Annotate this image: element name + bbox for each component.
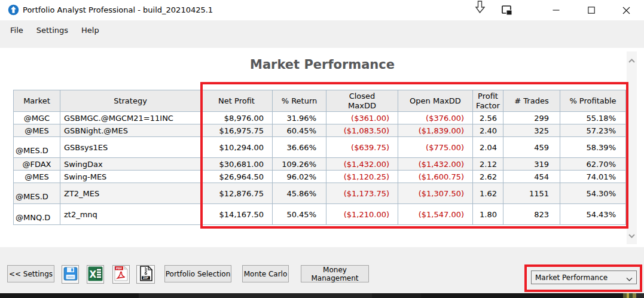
table-header: Market Strategy Net Profit % Return Clos… (14, 90, 626, 112)
cell-net-profit: $30,681.00 (201, 158, 273, 171)
portfolio-selection-button[interactable]: Portfolio Selection (164, 265, 231, 282)
money-management-button[interactable]: Money Management (301, 265, 369, 282)
cell-strategy: GSBsys1ES (60, 137, 201, 158)
cell-strategy: ZT2_MES (60, 183, 201, 204)
menu-help[interactable]: Help (75, 20, 106, 40)
monitor-icon (502, 5, 512, 18)
window-controls (538, 0, 644, 20)
cell-market: @MNQ.D (14, 204, 60, 225)
menu-file[interactable]: File (4, 20, 30, 40)
vertical-scrollbar[interactable] (627, 51, 637, 244)
cell-return: 36.66% (273, 137, 326, 158)
cell-profit-factor: 1.62 (473, 183, 503, 204)
cell-return: 31.96% (273, 112, 326, 124)
cell-return: 60.45% (273, 124, 326, 137)
col-header-profitable: % Profitable (560, 90, 626, 112)
cell-net-profit: $10,294.00 (201, 137, 273, 158)
table-row[interactable]: @MNQ.D zt2_mnq $14,167.50 50.45% ($1,210… (14, 204, 626, 225)
cell-net-profit: $14,167.50 (201, 204, 273, 225)
table-row[interactable]: @MGC GSBMGC.@MGCM21=11INC $8,976.00 31.9… (14, 112, 626, 124)
scroll-up-icon[interactable] (628, 54, 636, 66)
scroll-down-icon[interactable] (628, 230, 636, 241)
zip-export-button[interactable]: ZIP (136, 265, 155, 284)
cell-closed-maxdd: ($1,210.00) (326, 204, 398, 225)
cell-net-profit: $16,975.75 (201, 124, 273, 137)
cell-profit-factor: 1.80 (473, 204, 503, 225)
cell-profit-factor: 2.04 (473, 137, 503, 158)
pdf-label: PDF (116, 267, 122, 270)
cell-profitable: 54.30% (560, 183, 626, 204)
cell-profitable: 55.18% (560, 112, 626, 124)
cell-net-profit: $8,976.00 (201, 112, 273, 124)
zip-icon: ZIP (139, 266, 153, 283)
save-button[interactable] (62, 265, 79, 284)
cell-strategy: Swing-MES (60, 171, 201, 183)
zip-label: ZIP (143, 276, 148, 279)
cell-profit-factor: 2.62 (473, 171, 503, 183)
col-header-open-maxdd: Open MaxDD (398, 90, 473, 112)
cell-open-maxdd: ($1,547.00) (398, 204, 473, 225)
cell-trades: 319 (503, 158, 560, 171)
monte-carlo-button[interactable]: Monte Carlo (242, 265, 289, 282)
cell-return: 50.45% (273, 204, 326, 225)
page-title: Market Performance (7, 57, 637, 72)
window-title: Portfolio Analyst Professional - build_2… (23, 0, 213, 20)
table-row[interactable]: @FDAX SwingDax $30,681.00 109.26% ($1,43… (14, 158, 626, 171)
cell-net-profit: $12,876.75 (201, 183, 273, 204)
cell-strategy: SwingDax (60, 158, 201, 171)
cell-strategy: GSBNight.@MES (60, 124, 201, 137)
cell-return: 45.86% (273, 183, 326, 204)
taskbar-segment (139, 293, 372, 298)
report-selector-dropdown[interactable]: Market Performance (531, 270, 637, 284)
excel-export-button[interactable]: X (87, 265, 104, 284)
pdf-icon: PDF (114, 266, 129, 283)
cell-trades: 454 (503, 171, 560, 183)
cell-open-maxdd: ($1,432.00) (398, 158, 473, 171)
cell-profitable: 74.01% (560, 171, 626, 183)
cell-market: @MES (14, 171, 60, 183)
title-bar: Portfolio Analyst Professional - build_2… (0, 0, 644, 20)
settings-button[interactable]: << Settings (7, 265, 54, 282)
cell-profitable: 57.23% (560, 124, 626, 137)
maximize-button[interactable] (573, 0, 609, 20)
cell-open-maxdd: ($775.00) (398, 137, 473, 158)
cell-profitable: 62.70% (560, 158, 626, 171)
col-header-return: % Return (273, 90, 326, 112)
col-header-strategy: Strategy (60, 90, 201, 112)
cell-closed-maxdd: ($639.75) (326, 137, 398, 158)
cell-trades: 1151 (503, 183, 560, 204)
col-header-profit-factor: Profit Factor (473, 90, 503, 112)
close-button[interactable] (609, 0, 644, 20)
table-header-row: Market Strategy Net Profit % Return Clos… (14, 90, 626, 112)
cell-open-maxdd: ($1,600.75) (398, 171, 473, 183)
cell-closed-maxdd: ($1,173.75) (326, 183, 398, 204)
cell-return: 96.02% (273, 171, 326, 183)
cell-trades: 459 (503, 137, 560, 158)
pdf-export-button[interactable]: PDF (112, 265, 130, 284)
report-selector-value: Market Performance (535, 273, 608, 282)
menu-settings[interactable]: Settings (30, 20, 75, 40)
cell-trades: 299 (503, 112, 560, 124)
col-header-market: Market (14, 90, 60, 112)
cell-open-maxdd: ($376.00) (398, 112, 473, 124)
table-row[interactable]: @MES GSBNight.@MES $16,975.75 60.45% ($1… (14, 124, 626, 137)
table-row[interactable]: @MES.D GSBsys1ES $10,294.00 36.66% ($639… (14, 137, 626, 158)
cell-return: 109.26% (273, 158, 326, 171)
table-row[interactable]: @MES.D ZT2_MES $12,876.75 45.86% ($1,173… (14, 183, 626, 204)
cell-trades: 325 (503, 124, 560, 137)
cell-closed-maxdd: ($1,120.25) (326, 171, 398, 183)
col-header-net-profit: Net Profit (201, 90, 273, 112)
cell-market: @MES.D (14, 183, 60, 204)
market-performance-table: Market Strategy Net Profit % Return Clos… (13, 90, 626, 225)
cell-closed-maxdd: ($361.00) (326, 112, 398, 124)
cell-profit-factor: 2.56 (473, 112, 503, 124)
cell-profitable: 54.43% (560, 204, 626, 225)
cell-closed-maxdd: ($1,432.00) (326, 158, 398, 171)
excel-icon: X (88, 266, 103, 283)
cell-net-profit: $26,964.50 (201, 171, 273, 183)
table-row[interactable]: @MES Swing-MES $26,964.50 96.02% ($1,120… (14, 171, 626, 183)
cell-profit-factor: 2.40 (473, 124, 503, 137)
taskbar-segment (372, 293, 421, 298)
bottom-toolbar: << Settings X PDF ZIP Portfolio Selectio… (0, 247, 644, 293)
minimize-button[interactable] (538, 0, 573, 20)
